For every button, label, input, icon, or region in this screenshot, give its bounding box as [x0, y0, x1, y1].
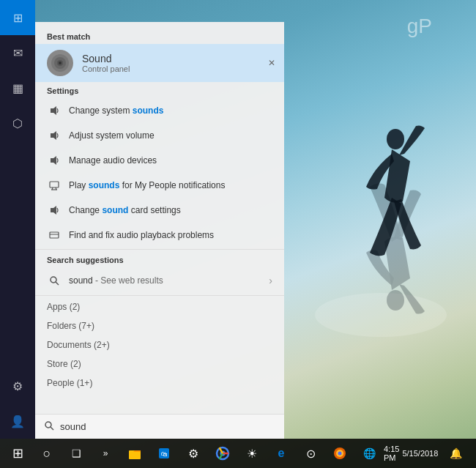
item-text-1: Change system sounds	[69, 105, 272, 116]
best-match-item[interactable]: Sound Control panel ✕	[35, 44, 284, 82]
svg-point-18	[51, 277, 56, 283]
taskbar-store[interactable]: 🛍	[149, 439, 179, 468]
sound-icon-large	[47, 50, 73, 76]
menu-item-my-people[interactable]: Play sounds for My People notifications	[35, 173, 284, 198]
item-text-4: Play sounds for My People notifications	[69, 180, 272, 190]
suggestion-arrow-icon: ›	[269, 275, 272, 286]
best-match-subtitle: Control panel	[82, 64, 130, 73]
taskbar-media[interactable]: ⊙	[296, 439, 325, 468]
svg-point-20	[45, 422, 51, 428]
menu-item-fix-audio[interactable]: Find and fix audio playback problems	[35, 223, 284, 248]
svg-line-21	[51, 427, 53, 430]
menu-item-change-sounds[interactable]: Change system sounds	[35, 98, 284, 123]
runner-silhouette	[308, 59, 454, 388]
close-button[interactable]: ✕	[268, 58, 275, 68]
sidebar-store[interactable]: ⬡	[0, 105, 35, 141]
sidebar-mail[interactable]: ✉	[0, 35, 35, 70]
taskbar: ⊞ ○ ❑ » 🛍 ⚙ ☀ e ⊙	[0, 439, 476, 468]
svg-marker-10	[51, 156, 56, 165]
category-store[interactable]: Store (2)	[35, 354, 284, 374]
svg-point-1	[387, 129, 404, 149]
taskbar-explorer[interactable]	[120, 439, 149, 468]
menu-item-volume[interactable]: Adjust system volume	[35, 123, 284, 148]
taskbar-network[interactable]: 🌐	[354, 439, 384, 468]
menu-content: Best match Sound Control panel ✕	[35, 22, 284, 439]
speaker-icon-1	[47, 103, 62, 118]
speaker-icon-4	[47, 203, 62, 218]
settings-header: Settings	[35, 82, 284, 98]
search-icon-sm	[47, 273, 62, 288]
svg-point-2	[387, 290, 404, 311]
search-suggestions-header: Search suggestions	[35, 251, 284, 267]
start-menu: Best match Sound Control panel ✕	[35, 22, 284, 439]
item-text-2: Adjust system volume	[69, 130, 272, 141]
taskbar-chrome[interactable]	[208, 439, 237, 468]
search-icon	[44, 420, 54, 433]
item-text-3: Manage audio devices	[69, 155, 272, 166]
taskbar-firefox[interactable]	[325, 439, 354, 468]
taskbar-taskview[interactable]: ❑	[62, 439, 91, 468]
taskbar-search[interactable]: ○	[32, 439, 62, 468]
suggestion-item[interactable]: sound - See web results ›	[35, 267, 284, 294]
taskbar-settings[interactable]: ⚙	[179, 439, 208, 468]
svg-text:🛍: 🛍	[161, 450, 168, 458]
speaker-icon-2	[47, 128, 62, 143]
svg-point-29	[338, 452, 342, 456]
svg-line-19	[56, 282, 59, 285]
sidebar: ⊞ ✉ ▦ ⬡ ⚙ 👤	[0, 0, 35, 439]
menu-item-sound-card[interactable]: Change sound card settings	[35, 198, 284, 223]
item-text-5: Change sound card settings	[69, 205, 272, 215]
svg-point-0	[315, 293, 447, 337]
suggestion-text: sound - See web results	[69, 275, 269, 286]
watermark: gP	[407, 15, 432, 38]
suggestion-query: sound	[69, 275, 93, 286]
category-folders[interactable]: Folders (7+)	[35, 316, 284, 335]
suggestion-web: - See web results	[93, 275, 163, 286]
taskbar-brightness[interactable]: ☀	[237, 439, 267, 468]
search-input[interactable]	[60, 421, 275, 432]
menu-item-audio-devices[interactable]: Manage audio devices	[35, 148, 284, 173]
taskbar-separator: »	[91, 439, 120, 468]
menu-scroll[interactable]: Best match Sound Control panel ✕	[35, 22, 284, 414]
svg-rect-16	[50, 232, 59, 238]
category-documents[interactable]: Documents (2+)	[35, 335, 284, 354]
taskbar-start[interactable]: ⊞	[3, 439, 32, 468]
best-match-header: Best match	[35, 28, 284, 44]
sidebar-people[interactable]: 👤	[0, 404, 35, 439]
system-tray-time: 4:15 PM	[384, 445, 399, 462]
divider-1	[35, 249, 284, 250]
search-box	[35, 414, 284, 439]
divider-2	[35, 295, 284, 296]
wrench-icon	[47, 228, 62, 242]
category-apps[interactable]: Apps (2)	[35, 297, 284, 316]
best-match-title: Sound	[82, 53, 130, 64]
sidebar-calendar[interactable]: ▦	[0, 70, 35, 105]
sidebar-settings[interactable]: ⚙	[0, 368, 35, 404]
svg-rect-11	[50, 182, 59, 187]
sidebar-start[interactable]: ⊞	[0, 0, 35, 35]
best-match-text: Sound Control panel	[82, 53, 130, 73]
system-tray-date: 5/15/2018	[402, 449, 438, 458]
item-text-6: Find and fix audio playback problems	[69, 230, 272, 240]
category-people[interactable]: People (1+)	[35, 374, 284, 393]
speaker-icon-3	[47, 153, 62, 168]
svg-marker-8	[51, 106, 56, 115]
notification-button[interactable]: 🔔	[441, 439, 470, 468]
svg-point-7	[59, 62, 62, 64]
svg-marker-9	[51, 131, 56, 140]
monitor-icon	[47, 178, 62, 193]
taskbar-edge[interactable]: e	[267, 439, 296, 468]
svg-marker-15	[51, 206, 56, 215]
